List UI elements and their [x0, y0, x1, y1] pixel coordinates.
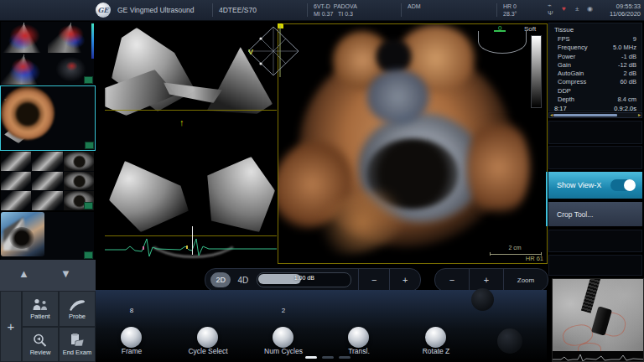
scale-label: 2 cm	[488, 245, 542, 251]
thumbnail-color-doppler[interactable]	[1, 22, 94, 85]
crop-tool-button[interactable]: Crop Tool...	[548, 202, 642, 226]
probe-button[interactable]: Probe	[59, 291, 96, 327]
softkey-page-dot[interactable]	[305, 356, 317, 359]
thumb-tag	[84, 251, 93, 259]
divider	[496, 3, 497, 17]
gain-value: 1.00 dB	[257, 275, 351, 281]
settings-title: Tissue	[549, 23, 641, 35]
fluoro-ecg-trace	[553, 353, 644, 362]
fluoroscopy-thumbnail[interactable]	[552, 278, 644, 362]
v-plane-marker: V	[248, 48, 253, 56]
divider	[401, 3, 402, 17]
setting-row: DDP	[549, 87, 641, 96]
setting-row: Power-1 dB	[549, 53, 641, 61]
expand-button[interactable]: +	[0, 291, 22, 362]
mode-2d-button[interactable]: 2D	[210, 272, 231, 287]
zoom-out-button[interactable]: −	[435, 269, 469, 291]
brand-name: GE Vingmed Ultrasound	[117, 6, 195, 14]
show-view-x-label: Show View-X	[557, 181, 601, 189]
show-view-x-button[interactable]: Show View-X	[548, 172, 642, 199]
mode-gain-control-group: 2D 4D 1.00 dB − +	[205, 268, 421, 292]
clock: 09:55:3311/06/2020	[610, 3, 641, 18]
active-menu-edge	[546, 172, 548, 226]
translate-knob[interactable]	[348, 327, 369, 348]
setting-row: Compress60 dB	[549, 78, 641, 86]
reference-2d-pane-bottom[interactable]	[105, 136, 277, 260]
network-icon: ⌁	[548, 2, 552, 9]
softkey-page-dot[interactable]	[339, 356, 351, 359]
thumbnail-multislice[interactable]	[1, 152, 94, 210]
grayscale-bar	[531, 35, 542, 108]
knob-label: Num Cycles	[250, 347, 317, 355]
scroll-down-button[interactable]: ▼	[60, 267, 71, 280]
zoom-control-group: − + Zoom	[434, 268, 548, 292]
setting-row: Frequency5.0 MHz	[549, 44, 641, 52]
probe-info: 6VT-D PADOVAMI 0.37 TI 0.3	[314, 3, 357, 18]
zoom-in-button[interactable]: +	[469, 269, 503, 291]
num-cycles-knob[interactable]	[273, 327, 293, 348]
operator-id: ADM	[408, 3, 421, 10]
ecg-frame-cursor[interactable]	[192, 226, 193, 255]
zoom-button[interactable]: Zoom	[503, 269, 548, 291]
thumb-tag	[84, 76, 93, 84]
knob-label: Transl.	[325, 347, 392, 355]
render-3d-viewport[interactable]: 0 Soft 2 cm HR 61	[278, 23, 548, 264]
thumbnail-4d-selected[interactable]	[0, 85, 96, 151]
end-exam-button[interactable]: End Exam	[59, 327, 96, 362]
knob-label: Cycle Select	[174, 347, 242, 355]
probe-icon	[68, 298, 86, 311]
softkey-knob-strip: 8 Frame Cycle Select 2 Num Cycles Transl…	[96, 290, 547, 362]
doppler-quad-image	[1, 22, 94, 85]
fluoro-ecg-strip	[553, 351, 644, 361]
mode-4d-button[interactable]: 4D	[237, 276, 248, 285]
valve-3d-thumb-render	[1, 86, 55, 140]
show-view-x-toggle[interactable]	[610, 179, 636, 191]
cycle-select-knob[interactable]	[197, 327, 218, 348]
divider	[307, 3, 308, 17]
eye-icon: ◉	[587, 5, 593, 13]
heart-rate-temp: HR 028.3°	[503, 3, 517, 18]
setting-row: FPS9	[549, 35, 641, 44]
softmenu-empty-slot	[548, 230, 642, 252]
setting-row: AutoGain2 dB	[549, 70, 641, 78]
ecg-heart-icon: ♥	[562, 5, 566, 13]
import-export-icon: ±	[575, 5, 579, 13]
top-status-bar: GE GE Vingmed Ultrasound 4DTEE/S70 6VT-D…	[0, 0, 644, 21]
loop-scrollbar[interactable]: ◂ ▸	[548, 112, 642, 118]
unassigned-knob[interactable]	[471, 288, 494, 311]
gain-slider[interactable]: 1.00 dB	[257, 272, 351, 287]
gain-increase-button[interactable]: +	[389, 269, 420, 291]
scroll-up-button[interactable]: ▲	[18, 267, 29, 280]
usb-icon: Ψ	[548, 9, 553, 17]
thumb-tag	[85, 142, 94, 149]
system-nav-panel: ▲ ▼ + Patient Probe Review End Exam	[0, 260, 96, 362]
patient-button[interactable]: Patient	[22, 291, 59, 327]
frame-knob[interactable]	[121, 327, 142, 348]
pointer-cursor-icon: ↑	[179, 117, 184, 127]
knob-label: Frame	[98, 347, 165, 355]
valve-3d-render	[287, 38, 538, 257]
doppler-colorbar	[91, 23, 94, 59]
tissue-settings-panel: Tissue FPS9 Frequency5.0 MHz Power-1 dB …	[548, 23, 642, 111]
orientation-wireframe-icon	[247, 23, 300, 79]
softmenu-empty-slot	[548, 121, 642, 144]
thumb-tag	[84, 202, 93, 209]
softmenu-empty-slot	[548, 146, 642, 169]
plane-reference-line	[105, 110, 277, 111]
softmenu-empty-slot	[548, 255, 642, 276]
softkey-page-dot[interactable]	[322, 356, 334, 359]
review-icon	[32, 334, 49, 347]
gain-decrease-button[interactable]: −	[358, 269, 389, 291]
loop-scrollbar-thumb[interactable]	[553, 114, 617, 116]
rotate-z-knob[interactable]	[425, 327, 446, 348]
knob-value: 2	[267, 307, 300, 314]
setting-row: Depth8.4 cm	[549, 96, 641, 104]
thumbnail-scroll-row: ▲ ▼	[0, 260, 96, 292]
hr-readout: HR 61	[526, 255, 543, 262]
ge-logo: GE	[96, 3, 111, 18]
review-button[interactable]: Review	[22, 327, 59, 362]
ultrasound-screen: GE GE Vingmed Ultrasound 4DTEE/S70 6VT-D…	[0, 0, 644, 362]
unassigned-knob[interactable]	[497, 328, 522, 354]
thumbnail-4d-crop[interactable]	[1, 212, 94, 260]
render-mode-label: Soft	[524, 25, 536, 33]
